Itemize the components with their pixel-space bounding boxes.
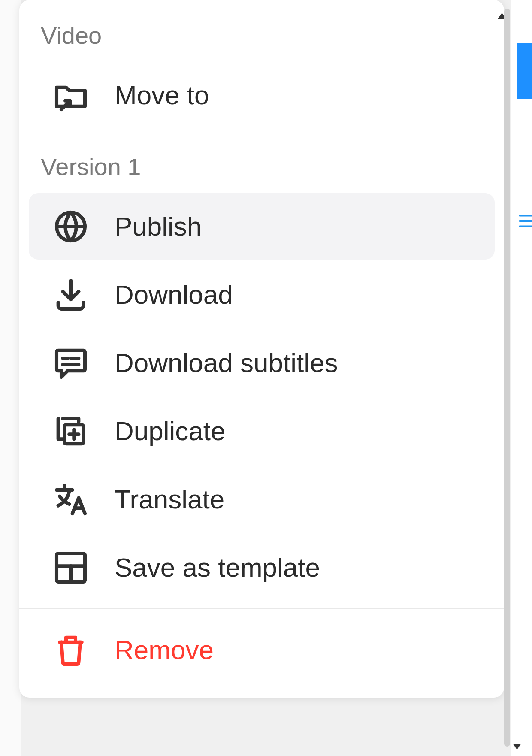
template-icon	[50, 547, 91, 588]
duplicate-icon	[50, 411, 91, 451]
hamburger-icon-fragment	[517, 210, 532, 236]
menu-divider	[19, 608, 504, 609]
menu-divider	[19, 136, 504, 136]
section-header-version: Version 1	[19, 144, 504, 191]
menu-item-label: Remove	[115, 635, 214, 665]
menu-item-publish[interactable]: Publish	[29, 193, 495, 260]
folder-move-icon	[50, 75, 91, 115]
menu-item-label: Translate	[115, 484, 224, 514]
menu-item-translate[interactable]: Translate	[29, 466, 495, 532]
menu-item-label: Move to	[115, 80, 209, 110]
menu-item-save-template[interactable]: Save as template	[29, 534, 495, 601]
menu-item-download[interactable]: Download	[29, 261, 495, 328]
scroll-down-arrow-icon[interactable]	[513, 744, 521, 750]
menu-item-label: Download	[115, 279, 233, 310]
subtitles-icon	[50, 342, 91, 383]
context-menu: Video Move to Version 1 Publish	[19, 0, 504, 698]
menu-item-download-subtitles[interactable]: Download subtitles	[29, 330, 495, 396]
menu-item-label: Download subtitles	[115, 348, 338, 378]
download-icon	[50, 274, 91, 315]
globe-icon	[50, 206, 91, 247]
background-right-fragment	[511, 0, 532, 756]
menu-item-remove[interactable]: Remove	[29, 617, 495, 683]
translate-icon	[50, 479, 91, 520]
background-left-fragment	[0, 0, 21, 756]
menu-item-move-to[interactable]: Move to	[29, 62, 495, 128]
blue-accent-fragment	[517, 43, 532, 99]
menu-item-duplicate[interactable]: Duplicate	[29, 398, 495, 464]
trash-icon	[50, 629, 91, 670]
menu-item-label: Publish	[115, 211, 202, 242]
scrollbar[interactable]	[504, 9, 510, 747]
menu-item-label: Save as template	[115, 552, 320, 583]
menu-item-label: Duplicate	[115, 416, 225, 446]
section-header-video: Video	[19, 13, 504, 60]
